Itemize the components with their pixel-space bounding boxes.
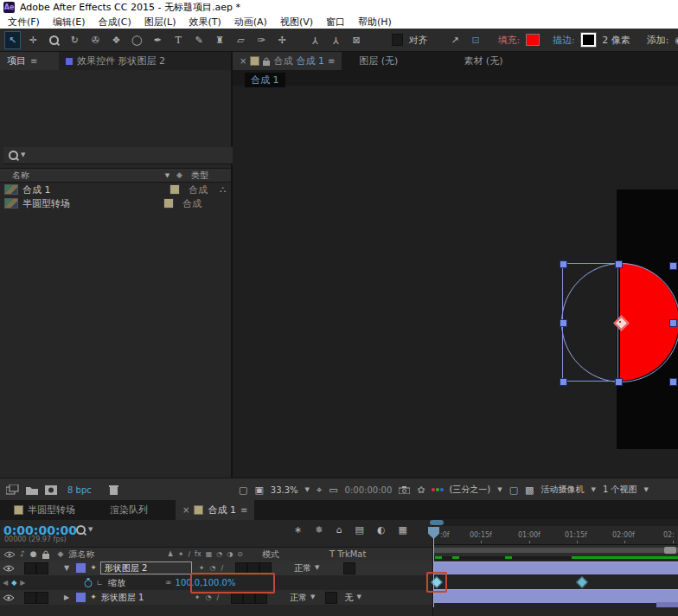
region-icon[interactable]: ⊡	[469, 32, 483, 48]
eye-icon[interactable]	[3, 565, 14, 572]
menu-item-effect[interactable]: 效果(T)	[189, 16, 221, 29]
selection-handle[interactable]	[615, 378, 623, 386]
mask-visibility-icon[interactable]: ▭	[329, 485, 337, 495]
timeline-hscroll[interactable]	[433, 519, 678, 526]
roto-brush-tool-icon[interactable]: ✑	[254, 32, 269, 48]
always-preview-icon[interactable]: ▢	[239, 485, 247, 495]
shy-layers-icon[interactable]: ⌂	[336, 525, 342, 535]
menu-item-composition[interactable]: 合成(C)	[98, 16, 131, 29]
interpret-footage-icon[interactable]	[6, 484, 19, 495]
quality-switch-icon[interactable]: ∕	[188, 550, 190, 558]
column-mode[interactable]: 模式	[262, 549, 279, 561]
work-area-row[interactable]	[433, 545, 678, 556]
rotate-tool-icon[interactable]: ↻	[67, 32, 82, 48]
project-row-semicircle[interactable]: 半圆型转场 合成	[0, 196, 231, 210]
tab-composition[interactable]: × 合成 合成 1 ≡	[233, 52, 342, 70]
camera-dropdown[interactable]: 活动摄像机	[540, 484, 584, 496]
eraser-tool-icon[interactable]: ▱	[233, 32, 248, 48]
label-swatch[interactable]	[170, 184, 180, 195]
menu-item-view[interactable]: 视图(V)	[280, 16, 313, 29]
layer-color-swatch[interactable]	[76, 563, 86, 573]
selection-handle[interactable]	[560, 378, 567, 386]
selection-handle[interactable]	[560, 319, 567, 327]
tab-comp1-timeline[interactable]: × 合成 1 ≡	[176, 500, 254, 520]
trkmat-cell[interactable]	[343, 562, 355, 574]
fx-switch-icon[interactable]: fx	[195, 550, 201, 558]
solo-icon[interactable]: ●	[30, 550, 37, 558]
stroke-width-value[interactable]: 2 像素	[602, 34, 630, 47]
adjustment-switch-icon[interactable]: ◑	[227, 550, 233, 558]
shy-switch-icon[interactable]: ♟	[168, 550, 174, 558]
view-layout-dropdown[interactable]: 1 个视图	[603, 484, 637, 496]
bit-depth-button[interactable]: 8 bpc	[67, 485, 92, 495]
keyframe-diamond[interactable]	[576, 576, 588, 588]
prev-keyframe-icon[interactable]: ◀	[3, 579, 8, 587]
link-dimensions-icon[interactable]: ∞	[165, 579, 172, 587]
sort-arrow-icon[interactable]: ▼	[165, 172, 170, 179]
comp-mini-flowchart-icon[interactable]: ∗	[294, 525, 302, 535]
project-search-input[interactable]: ▼	[3, 147, 233, 164]
blend-mode-dropdown[interactable]: 正常 ▼	[290, 592, 315, 604]
tab-layer[interactable]: 图层 (无)	[352, 52, 405, 70]
region-of-interest-icon[interactable]: ▢	[509, 485, 518, 495]
transparency-grid-icon[interactable]: ▩	[525, 485, 534, 495]
selection-tool-icon[interactable]: ↖	[5, 32, 20, 48]
menu-item-file[interactable]: 文件(F)	[8, 16, 40, 29]
eye-icon[interactable]	[4, 551, 15, 558]
comp-marker-button[interactable]	[664, 547, 676, 554]
audio-cell[interactable]	[24, 592, 36, 604]
menu-item-layer[interactable]: 图层(L)	[144, 16, 176, 29]
project-item-name[interactable]: 半圆型转场	[22, 197, 70, 210]
camera-tool-icon[interactable]: ✇	[88, 32, 103, 48]
column-name[interactable]: 名称	[12, 170, 29, 182]
scroll-handle[interactable]	[430, 520, 444, 525]
panel-menu-icon[interactable]: ≡	[328, 56, 335, 66]
time-ruler[interactable]: :0f 00:15f 01:00f 01:15f 02:00f 02:	[433, 526, 678, 545]
fill-color-swatch[interactable]	[526, 34, 540, 46]
tab-footage[interactable]: 素材 (无)	[457, 52, 509, 70]
selection-handle[interactable]	[560, 260, 567, 268]
motion-blur-icon[interactable]: ◐	[377, 525, 386, 535]
eye-icon[interactable]	[3, 594, 14, 601]
collapse-switch-icon[interactable]: ✦	[178, 550, 184, 558]
pan-behind-tool-icon[interactable]: ❖	[109, 32, 124, 48]
expand-arrow-icon[interactable]: ▶	[64, 594, 69, 601]
selection-handle[interactable]	[669, 319, 677, 327]
snap-checkbox[interactable]	[392, 34, 402, 46]
timeline-search-input[interactable]: ▼	[76, 525, 93, 535]
fx-switch-icon[interactable]: ∕	[221, 564, 223, 572]
add-shape-icon[interactable]: ◉	[675, 35, 678, 45]
grid-guides-icon[interactable]: ⌖	[317, 485, 322, 495]
panel-menu-icon[interactable]: ≡	[240, 505, 247, 515]
work-area-bar[interactable]	[433, 548, 678, 553]
zoom-caret-icon[interactable]: ▼	[305, 487, 310, 493]
graph-icon[interactable]: ∟	[96, 579, 103, 587]
resolution-dropdown[interactable]: (三分之一)	[449, 484, 490, 496]
menu-item-window[interactable]: 窗口	[326, 16, 345, 29]
snapshot-icon[interactable]	[399, 486, 410, 494]
selection-handle[interactable]	[615, 260, 623, 268]
column-type[interactable]: 类型	[191, 170, 208, 182]
quality-switch-icon[interactable]: ◔	[209, 564, 215, 572]
axis-world-icon[interactable]: Y	[329, 32, 343, 48]
selection-handle[interactable]	[669, 262, 677, 270]
selection-handle[interactable]	[669, 378, 677, 386]
tab-effect-controls[interactable]: 效果控件 形状图层 2	[59, 52, 231, 70]
stroke-color-swatch[interactable]	[581, 33, 597, 47]
clone-stamp-tool-icon[interactable]: ♜	[213, 32, 227, 48]
panel-menu-icon[interactable]: ≡	[30, 56, 37, 66]
collapse-switch-icon[interactable]: ✦	[195, 594, 201, 601]
frame-blend-switch-icon[interactable]: ▦	[206, 550, 213, 558]
collapse-switch-icon[interactable]: ✦	[199, 564, 205, 572]
label-column-icon[interactable]: ◆	[58, 550, 64, 558]
layer-color-swatch[interactable]	[76, 593, 86, 602]
layer-bar-shape1[interactable]	[433, 589, 678, 603]
expand-arrow-icon[interactable]: ▼	[64, 565, 69, 572]
resolution-caret-icon[interactable]: ▼	[497, 487, 502, 493]
show-snapshot-icon[interactable]: ✿	[417, 485, 425, 495]
frame-blend-icon[interactable]: ▤	[355, 525, 363, 535]
graph-editor-icon[interactable]: ▦	[398, 525, 406, 535]
menu-item-edit[interactable]: 编辑(E)	[53, 16, 86, 29]
property-name[interactable]: 缩放	[108, 577, 125, 589]
solo-cell[interactable]	[36, 562, 48, 574]
